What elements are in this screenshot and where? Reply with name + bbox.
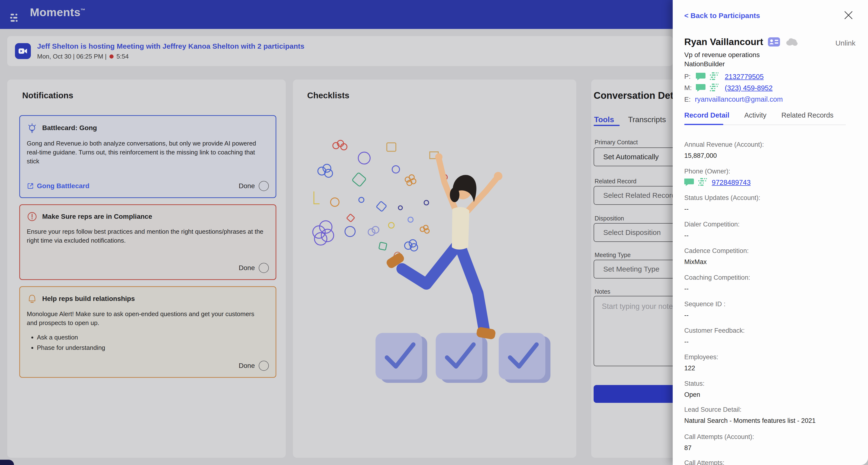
tab-activity[interactable]: Activity xyxy=(744,111,767,119)
checklists-title: Checklists xyxy=(307,91,349,100)
moments-dashes-icon xyxy=(10,13,26,23)
contact-company: NationBuilder xyxy=(684,60,725,68)
moments-logo: Moments™ xyxy=(10,6,85,23)
record-field: Cadence Competition: MixMax xyxy=(684,247,858,266)
salesforce-cloud-icon[interactable] xyxy=(785,37,798,47)
phone-number-link[interactable]: 2132779505 xyxy=(725,73,764,81)
unlink-button[interactable]: Unlink xyxy=(835,39,856,47)
card-title: Help reps build relationships xyxy=(42,295,135,303)
tab-record-detail[interactable]: Record Detail xyxy=(684,111,730,119)
disposition-label: Disposition xyxy=(595,215,624,222)
meeting-datetime: Mon, Oct 30 | 06:25 PM | xyxy=(37,53,106,60)
tab-related-records[interactable]: Related Records xyxy=(781,111,834,119)
notification-card-battlecard: Battlecard: Gong Gong and Revenue.io bot… xyxy=(19,115,276,198)
meeting-type-label: Meeting Type xyxy=(595,252,631,259)
lightbulb-icon xyxy=(27,122,37,134)
meeting-banner: Jeff Shelton is hosting Meeting with Jef… xyxy=(7,36,673,66)
contact-name-row: Ryan Vaillancourt xyxy=(684,37,798,47)
moments-dialer-icon[interactable] xyxy=(710,84,719,92)
record-field: Sequence ID : -- xyxy=(684,300,858,319)
contact-name: Ryan Vaillancourt xyxy=(684,37,763,47)
phone-row-label: P: xyxy=(684,73,694,80)
trademark-symbol: ™ xyxy=(81,8,86,13)
moments-dialer-icon[interactable] xyxy=(710,72,719,81)
record-field-phone-owner: Phone (Owner): 9728489743 xyxy=(684,168,858,187)
sms-bubble-icon[interactable] xyxy=(696,84,706,92)
card-bullet-list: Ask a question Phase for understanding xyxy=(30,334,269,355)
email-row-label: E: xyxy=(684,96,694,103)
app-root: Moments™ Jeff Shelton is hosting Meeting… xyxy=(0,0,868,465)
phone-number-link[interactable]: (323) 459-8952 xyxy=(725,84,773,92)
notes-label: Notes xyxy=(595,288,610,295)
phone-row-label: M: xyxy=(684,84,694,92)
record-field: Coaching Competition: -- xyxy=(684,274,858,293)
person-figure xyxy=(385,153,502,340)
card-body: Gong and Revenue.io both analyze convers… xyxy=(27,139,266,166)
done-label: Done xyxy=(239,182,255,190)
card-title: Battlecard: Gong xyxy=(42,124,97,132)
card-title: Make Sure reps are in Compliance xyxy=(42,213,152,221)
record-field: Customer Feedback: -- xyxy=(684,327,858,345)
meeting-subtitle: Mon, Oct 30 | 06:25 PM | 5:54 xyxy=(37,53,304,60)
bullet-item: Ask a question xyxy=(37,334,269,341)
back-to-participants-link[interactable]: < Back to Participants xyxy=(684,11,760,20)
contact-panel-tabs: Record Detail Activity Related Records xyxy=(684,111,834,119)
notifications-column: Notifications Battlecard: Gong Gong and … xyxy=(7,79,286,458)
done-radio[interactable] xyxy=(259,361,269,371)
email-row: E: ryanvaillancourt@gmail.com xyxy=(684,95,783,103)
notification-card-compliance: Make Sure reps are in Compliance Ensure … xyxy=(19,204,276,280)
external-link-icon xyxy=(27,182,34,190)
active-tab-underline xyxy=(594,125,620,126)
contact-detail-panel: < Back to Participants Ryan Vaillancourt… xyxy=(673,0,868,465)
app-title: Moments™ xyxy=(30,6,85,18)
record-field: Employees: 122 xyxy=(684,354,858,372)
active-tab-underline xyxy=(684,124,723,125)
card-body: Monologue Alert! Make sure to ask open-e… xyxy=(27,309,266,327)
notification-card-relationships: Help reps build relationships Monologue … xyxy=(19,286,276,378)
conversation-tabs: Tools Transcripts xyxy=(594,115,666,124)
notifications-title: Notifications xyxy=(22,91,73,100)
checklists-column: Checklists xyxy=(293,79,576,458)
checklist-illustration xyxy=(311,135,557,438)
primary-contact-label: Primary Contact xyxy=(595,139,638,146)
sms-bubble-icon[interactable] xyxy=(684,178,694,187)
video-meeting-icon[interactable] xyxy=(15,43,31,59)
contact-card-icon[interactable] xyxy=(768,37,780,46)
meeting-duration: 5:54 xyxy=(117,53,129,60)
gong-battlecard-link[interactable]: Gong Battlecard xyxy=(27,182,89,190)
phone-row-primary: P: 2132779505 xyxy=(684,72,764,81)
done-label: Done xyxy=(239,362,255,370)
done-label: Done xyxy=(239,264,255,272)
phone-row-mobile: M: (323) 459-8952 xyxy=(684,84,773,92)
record-field: Status Updates (Account): -- xyxy=(684,194,858,213)
related-record-label: Related Record xyxy=(595,178,637,185)
record-field: Dialer Competition: -- xyxy=(684,221,858,239)
meeting-banner-text: Jeff Shelton is hosting Meeting with Jef… xyxy=(37,42,304,60)
email-link[interactable]: ryanvaillancourt@gmail.com xyxy=(695,95,783,103)
phone-number-link[interactable]: 9728489743 xyxy=(712,178,751,187)
close-icon[interactable] xyxy=(843,10,854,21)
record-field: Annual Revenue (Account): 15,887,000 xyxy=(684,141,858,160)
recording-dot-icon xyxy=(110,55,114,59)
record-field: Call Attempts (Account): 87 xyxy=(684,433,858,452)
bullet-item: Phase for understanding xyxy=(37,344,269,352)
alert-icon xyxy=(27,211,37,222)
tab-tools[interactable]: Tools xyxy=(594,115,614,124)
done-radio[interactable] xyxy=(259,181,269,191)
done-radio[interactable] xyxy=(259,263,269,273)
bell-icon xyxy=(27,293,37,304)
contact-job-title: Vp of revenue operations xyxy=(684,51,760,59)
sms-bubble-icon[interactable] xyxy=(696,72,706,81)
record-field: Status: Open xyxy=(684,380,858,399)
tab-transcripts[interactable]: Transcripts xyxy=(628,115,666,124)
record-field: Call Attempts: xyxy=(684,459,858,465)
bottom-bar-peek xyxy=(0,460,14,465)
meeting-title-link[interactable]: Jeff Shelton is hosting Meeting with Jef… xyxy=(37,42,304,51)
card-body: Ensure your reps follow best practices a… xyxy=(27,227,266,245)
moments-dialer-icon[interactable] xyxy=(698,178,708,187)
record-field: Lead Source Detail: Natural Search - Mom… xyxy=(684,406,858,425)
